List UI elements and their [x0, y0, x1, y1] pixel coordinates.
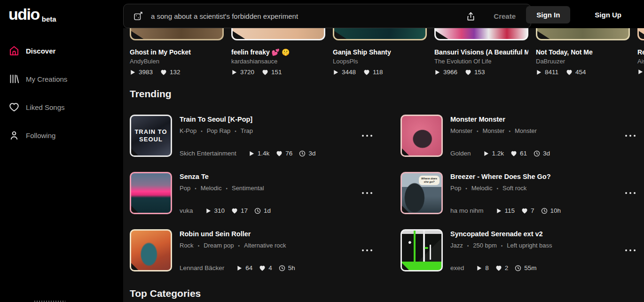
tag[interactable]: Trap	[230, 127, 253, 134]
heart-icon	[363, 69, 370, 76]
tag[interactable]: Monster	[472, 127, 504, 134]
feed-card[interactable]: Ganja Ship Shanty LoopsPls 3448 118	[333, 28, 427, 76]
prompt-input[interactable]	[151, 12, 464, 20]
album-art[interactable]	[401, 115, 443, 157]
tag[interactable]: Alternative rock	[234, 242, 286, 249]
age: 10h	[550, 207, 561, 214]
dice-icon[interactable]	[131, 9, 145, 23]
trending-row[interactable]: Where does she go? Breezer - Where Does …	[401, 172, 639, 214]
more-options-button[interactable]	[621, 189, 639, 197]
song-artist[interactable]: DaBruuzer	[536, 58, 630, 65]
album-art[interactable]	[231, 28, 325, 40]
art-text: TRAIN TO SEOUL	[131, 116, 171, 155]
trending-row[interactable]: TRAIN TO SEOUL Train To Seoul [K-Pop] K-…	[130, 115, 376, 157]
song-title[interactable]: feelin freaky 💕 🤫	[231, 48, 325, 56]
song-title[interactable]: Senza Te	[180, 173, 355, 180]
tag[interactable]: Melodic	[190, 185, 221, 192]
feed-card[interactable]: Bansuri Visions (A Beautiful Mel... The …	[434, 28, 528, 76]
more-options-button[interactable]	[358, 189, 376, 197]
tag[interactable]: Rock	[180, 242, 194, 249]
song-artist[interactable]: Ais	[637, 58, 644, 65]
tag[interactable]: Monster	[504, 127, 536, 134]
album-art[interactable]	[536, 28, 630, 40]
tag[interactable]: K-Pop	[180, 127, 196, 134]
song-artist[interactable]: Skich Entertainment	[180, 150, 236, 157]
album-art[interactable]: Where does she go?	[401, 172, 443, 214]
tag[interactable]: Left upright bass	[497, 242, 552, 249]
song-artist[interactable]: vuka	[180, 207, 193, 214]
album-art[interactable]	[130, 28, 224, 40]
more-options-button[interactable]	[621, 132, 639, 139]
tag[interactable]: Monster	[450, 127, 472, 134]
album-art[interactable]	[637, 28, 644, 40]
tag[interactable]: 250 bpm	[463, 242, 497, 249]
trending-row[interactable]: Robin und Sein Roller Rock Dream pop Alt…	[130, 229, 376, 271]
age: 5h	[288, 264, 295, 271]
song-artist[interactable]: exed	[450, 264, 464, 271]
song-title[interactable]: Re	[637, 48, 644, 56]
like-count: 118	[373, 69, 383, 76]
play-icon	[434, 69, 440, 76]
tag[interactable]: Pop	[180, 185, 190, 192]
play-icon	[536, 69, 542, 76]
song-title[interactable]: Breezer - Where Does She Go?	[450, 173, 618, 180]
more-options-button[interactable]	[358, 247, 376, 254]
tag[interactable]: Soft rock	[492, 185, 526, 192]
sidebar-item-liked-songs[interactable]: Liked Songs	[8, 101, 123, 114]
sign-in-button[interactable]: Sign In	[526, 6, 570, 23]
song-artist[interactable]: The Evolution Of Life	[434, 58, 528, 65]
clock-icon	[515, 265, 521, 271]
song-artist[interactable]: Lennard Bäcker	[180, 264, 224, 271]
upload-icon[interactable]	[464, 9, 478, 23]
udio-logo[interactable]: udio beta	[8, 5, 56, 23]
song-title[interactable]: Bansuri Visions (A Beautiful Mel...	[434, 48, 528, 56]
song-artist[interactable]: AndyBulen	[130, 58, 224, 65]
more-options-button[interactable]	[621, 247, 639, 254]
prompt-bar[interactable]: Create	[123, 4, 531, 28]
song-artist[interactable]: kardashiansauce	[231, 58, 325, 65]
age: 3d	[543, 150, 550, 157]
trending-row[interactable]: Monster Monster Monster Monster Monster …	[401, 115, 639, 157]
album-art[interactable]	[333, 28, 427, 40]
trending-row[interactable]: Syncopated Serenade ext v2 Jazz 250 bpm …	[401, 229, 639, 271]
song-title[interactable]: Monster Monster	[450, 116, 618, 123]
feed-card[interactable]: Ghost in My Pocket AndyBulen 3983 132	[130, 28, 224, 76]
sign-up-button[interactable]: Sign Up	[584, 6, 632, 23]
song-title[interactable]: Not Today, Not Me	[536, 48, 630, 56]
play-count: 3966	[443, 69, 457, 76]
play-icon	[236, 265, 243, 271]
song-title[interactable]: Train To Seoul [K-Pop]	[180, 116, 355, 123]
album-art[interactable]	[434, 28, 528, 40]
feed-card[interactable]: Re Ais	[637, 28, 644, 76]
song-title[interactable]: Ghost in My Pocket	[130, 48, 224, 56]
song-artist[interactable]: Golden	[450, 150, 471, 157]
album-art[interactable]	[401, 229, 443, 271]
sidebar-item-my-creations[interactable]: My Creations	[8, 72, 123, 85]
tag[interactable]: Pop	[450, 185, 461, 192]
age: 3d	[308, 150, 315, 157]
album-art[interactable]	[130, 172, 172, 214]
feed-card[interactable]: Not Today, Not Me DaBruuzer 8411 454	[536, 28, 630, 76]
tag[interactable]: Dream pop	[194, 242, 234, 249]
song-artist[interactable]: ha mo nihm	[450, 207, 484, 214]
song-title[interactable]: Ganja Ship Shanty	[333, 48, 427, 56]
tag[interactable]: Melodic	[461, 185, 492, 192]
tag[interactable]: Jazz	[450, 242, 463, 249]
trending-row[interactable]: Senza Te Pop Melodic Sentimental vuka 31…	[130, 172, 376, 214]
album-art[interactable]: TRAIN TO SEOUL	[130, 115, 172, 157]
tag[interactable]: Sentimental	[221, 185, 264, 192]
sidebar-item-discover[interactable]: Discover	[8, 44, 123, 57]
play-icon	[476, 265, 482, 271]
sidebar-item-label: Liked Songs	[26, 103, 65, 111]
album-art[interactable]	[130, 229, 172, 271]
create-button[interactable]: Create	[484, 8, 525, 25]
tag[interactable]: Pop Rap	[196, 127, 230, 134]
more-options-button[interactable]	[358, 132, 376, 139]
song-title[interactable]: Robin und Sein Roller	[180, 230, 355, 238]
like-count: 454	[575, 69, 586, 76]
song-artist[interactable]: LoopsPls	[333, 58, 427, 65]
sidebar-item-following[interactable]: Following	[8, 129, 123, 142]
song-title[interactable]: Syncopated Serenade ext v2	[450, 230, 618, 238]
feed-card[interactable]: feelin freaky 💕 🤫 kardashiansauce 3720 1…	[231, 28, 325, 76]
udio-app: udio beta Create Sign In Sig	[0, 0, 644, 302]
